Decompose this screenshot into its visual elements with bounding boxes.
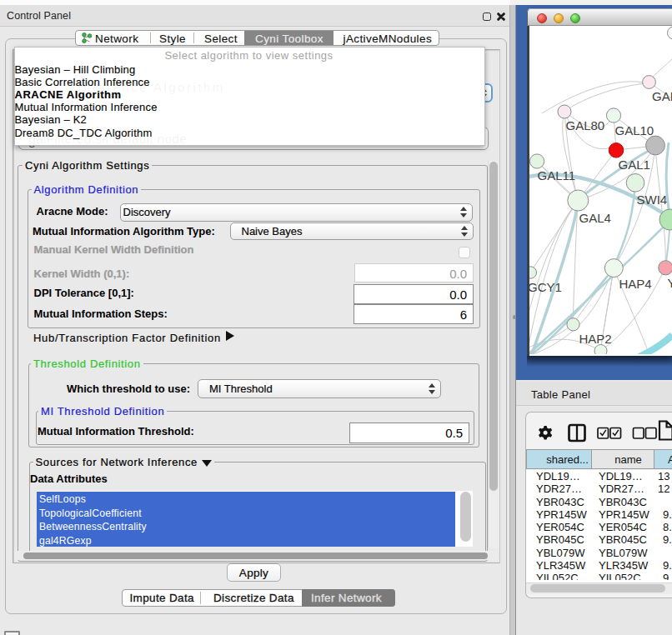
- svg-text:HAP4: HAP4: [619, 277, 651, 291]
- svg-text:HAP2: HAP2: [579, 332, 611, 346]
- svg-text:GAL11: GAL11: [537, 168, 575, 182]
- svg-text:GAL10: GAL10: [614, 123, 654, 138]
- svg-text:GAL1: GAL1: [618, 158, 649, 172]
- svg-text:Y: Y: [667, 276, 672, 290]
- svg-text:GAL: GAL: [652, 89, 672, 103]
- svg-text:GCY1: GCY1: [528, 280, 562, 294]
- svg-text:GAL4: GAL4: [579, 211, 610, 225]
- svg-text:GAL80: GAL80: [565, 118, 604, 132]
- svg-text:SWI4: SWI4: [636, 192, 667, 207]
